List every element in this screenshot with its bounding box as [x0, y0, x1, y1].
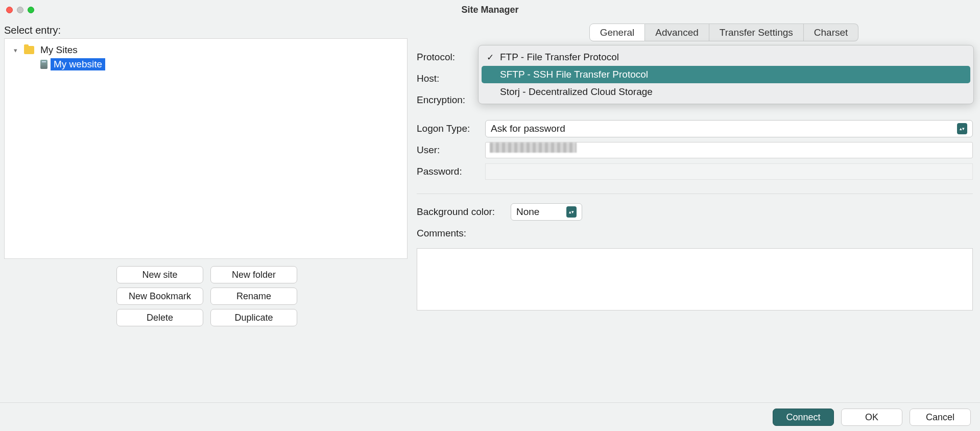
- protocol-option-label: SFTP - SSH File Transfer Protocol: [500, 69, 648, 80]
- chevron-down-icon[interactable]: ▾: [14, 46, 21, 54]
- tree-root-label: My Sites: [37, 44, 81, 56]
- dialog-footer: Connect OK Cancel: [0, 402, 980, 431]
- folder-icon: [24, 46, 34, 54]
- protocol-option-label: FTP - File Transfer Protocol: [500, 52, 619, 63]
- host-label: Host:: [417, 73, 478, 84]
- protocol-option-label: Storj - Decentralized Cloud Storage: [500, 86, 653, 98]
- logon-type-label: Logon Type:: [417, 123, 478, 134]
- title-bar: Site Manager: [0, 0, 980, 19]
- tab-charset[interactable]: Charset: [804, 23, 859, 41]
- window-title: Site Manager: [0, 5, 980, 15]
- protocol-label: Protocol:: [417, 52, 478, 63]
- site-tree[interactable]: ▾ My Sites My website: [4, 38, 408, 259]
- encryption-label: Encryption:: [417, 94, 478, 106]
- password-label: Password:: [417, 166, 478, 177]
- background-color-label: Background color:: [417, 206, 504, 218]
- connect-button[interactable]: Connect: [773, 409, 834, 426]
- duplicate-button[interactable]: Duplicate: [210, 309, 297, 326]
- ok-button[interactable]: OK: [841, 409, 902, 426]
- new-site-button[interactable]: New site: [116, 266, 203, 283]
- comments-label: Comments:: [417, 228, 466, 239]
- tab-transfer-settings[interactable]: Transfer Settings: [709, 23, 804, 41]
- new-folder-button[interactable]: New folder: [210, 266, 297, 283]
- tab-bar: General Advanced Transfer Settings Chars…: [473, 23, 975, 41]
- background-color-select[interactable]: None ▴▾: [511, 203, 582, 221]
- tree-root-row[interactable]: ▾ My Sites: [8, 43, 404, 57]
- user-input[interactable]: [485, 142, 973, 158]
- cancel-button[interactable]: Cancel: [910, 409, 971, 426]
- protocol-dropdown[interactable]: ✓ FTP - File Transfer Protocol SFTP - SS…: [478, 45, 974, 104]
- user-label: User:: [417, 145, 478, 156]
- protocol-option-sftp[interactable]: SFTP - SSH File Transfer Protocol: [482, 66, 970, 83]
- tree-site-label: My website: [51, 58, 105, 70]
- select-entry-label: Select entry:: [4, 25, 408, 36]
- rename-button[interactable]: Rename: [210, 288, 297, 305]
- logon-type-value: Ask for password: [491, 123, 565, 134]
- stepper-icon: ▴▾: [957, 123, 967, 134]
- tab-advanced[interactable]: Advanced: [645, 23, 709, 41]
- divider: [417, 194, 973, 194]
- logon-type-select[interactable]: Ask for password ▴▾: [485, 120, 973, 137]
- protocol-option-ftp[interactable]: ✓ FTP - File Transfer Protocol: [482, 49, 970, 66]
- check-icon: ✓: [487, 52, 495, 63]
- stepper-icon: ▴▾: [566, 206, 577, 218]
- comments-textarea[interactable]: [417, 248, 973, 310]
- tree-site-row[interactable]: My website: [8, 57, 404, 71]
- delete-button[interactable]: Delete: [116, 309, 203, 326]
- tab-general[interactable]: General: [589, 23, 646, 41]
- protocol-option-storj[interactable]: Storj - Decentralized Cloud Storage: [482, 83, 970, 101]
- server-icon: [40, 60, 47, 69]
- background-color-value: None: [516, 206, 539, 218]
- new-bookmark-button[interactable]: New Bookmark: [116, 288, 203, 305]
- user-value-redacted: [490, 142, 577, 153]
- password-input[interactable]: [485, 163, 973, 180]
